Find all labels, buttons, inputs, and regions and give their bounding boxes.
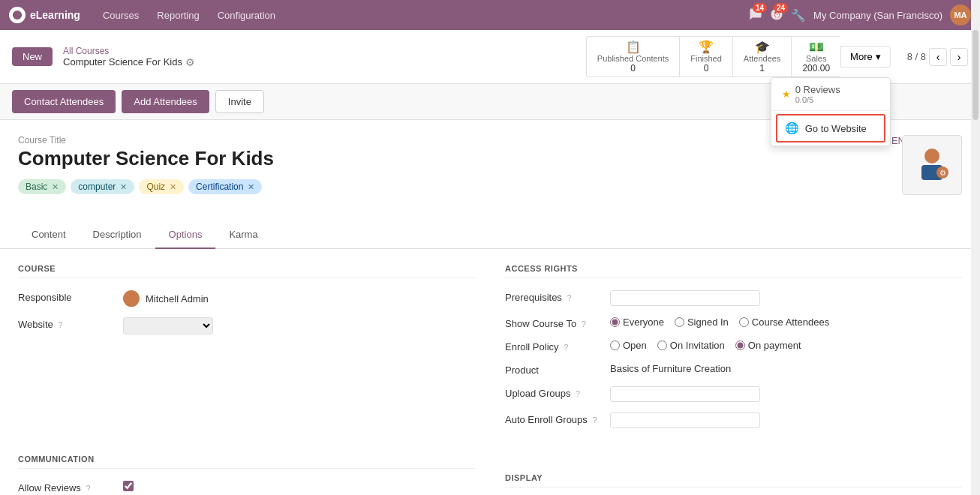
app-name: eLearning	[30, 9, 80, 21]
published-icon: 📋	[626, 40, 641, 54]
invite-button[interactable]: Invite	[215, 90, 264, 113]
responsible-avatar	[123, 290, 140, 307]
messages-count: 14	[753, 3, 767, 13]
svg-point-7	[128, 293, 135, 301]
nav-configuration[interactable]: Configuration	[210, 7, 283, 24]
tab-karma[interactable]: Karma	[215, 221, 271, 249]
action-bar: New All Courses Computer Science For Kid…	[0, 30, 980, 84]
prerequisites-value[interactable]	[610, 290, 760, 306]
upload-groups-input[interactable]	[610, 386, 760, 402]
nav-reporting[interactable]: Reporting	[149, 7, 206, 24]
upload-groups-field: Upload Groups ?	[505, 386, 962, 402]
scrollbar-thumb[interactable]	[972, 30, 978, 120]
more-button[interactable]: More ▾	[840, 46, 891, 68]
communication-header: COMMUNICATION	[18, 454, 475, 469]
show-course-help-icon[interactable]: ?	[582, 320, 586, 328]
stat-finished[interactable]: 🏆 Finished 0	[679, 36, 732, 77]
prerequisites-input[interactable]	[610, 290, 760, 306]
published-label: Published Contents	[597, 54, 669, 63]
auto-enroll-field: Auto Enroll Groups ?	[505, 412, 962, 428]
new-button[interactable]: New	[12, 47, 53, 66]
responsible-name[interactable]: Mitchell Admin	[146, 293, 209, 304]
breadcrumb-current: Computer Science For Kids ⚙	[63, 56, 195, 68]
enroll-payment[interactable]: On payment	[735, 340, 801, 351]
contact-attendees-button[interactable]: Contact Attendees	[12, 90, 116, 113]
activity-badge[interactable]: ⏰ 24	[770, 8, 783, 23]
attendees-icon: 🎓	[755, 40, 770, 54]
allow-reviews-checkbox[interactable]	[123, 481, 134, 491]
scrollbar[interactable]	[971, 0, 980, 495]
upload-groups-help-icon[interactable]: ?	[576, 389, 580, 398]
website-value[interactable]	[123, 317, 213, 334]
next-page-button[interactable]: ›	[950, 48, 968, 66]
options-content: COURSE Responsible Mitchell Admin Websit…	[0, 249, 980, 495]
responsible-value: Mitchell Admin	[123, 290, 209, 307]
product-value[interactable]: Basics of Furniture Creation	[610, 363, 731, 374]
breadcrumb-gear-icon[interactable]: ⚙	[185, 56, 195, 68]
user-avatar[interactable]: MA	[950, 4, 971, 26]
access-section-header: ACCESS RIGHTS	[505, 264, 962, 278]
website-label: Website ?	[18, 317, 116, 330]
stat-attendees[interactable]: 🎓 Attendees 1	[732, 36, 792, 77]
tab-content[interactable]: Content	[18, 221, 80, 249]
tag-quiz-text: Quiz	[146, 182, 165, 192]
go-to-website-item[interactable]: 🌐 Go to Website	[776, 114, 885, 142]
website-help-icon[interactable]: ?	[58, 320, 62, 329]
avatar-initials: MA	[954, 10, 966, 20]
upload-groups-value[interactable]	[610, 386, 760, 402]
website-field: Website ?	[18, 317, 475, 334]
prev-page-button[interactable]: ‹	[929, 48, 947, 66]
finished-label: Finished	[690, 54, 722, 63]
attendees-val: 1	[759, 63, 765, 74]
stat-sales[interactable]: 💵 Sales 200.00	[791, 36, 840, 77]
tag-certification-remove[interactable]: ✕	[248, 182, 254, 192]
course-image-svg: ⚙	[909, 142, 954, 188]
star-icon: ★	[782, 88, 791, 100]
messages-badge[interactable]: 14	[749, 8, 762, 23]
tag-computer[interactable]: computer ✕	[71, 179, 134, 194]
svg-point-3	[924, 148, 939, 164]
sales-icon: 💵	[809, 40, 824, 54]
tag-quiz-remove[interactable]: ✕	[170, 182, 176, 192]
show-course-everyone[interactable]: Everyone	[610, 316, 664, 328]
more-dropdown-menu: ★ 0 Reviews 0.0/5 🌐 Go to Website	[771, 77, 891, 146]
tab-options[interactable]: Options	[155, 221, 216, 249]
display-header: DISPLAY	[505, 473, 962, 488]
breadcrumb-parent[interactable]: All Courses	[63, 46, 195, 56]
auto-enroll-input[interactable]	[610, 412, 760, 428]
show-course-signed-in[interactable]: Signed In	[675, 316, 729, 328]
course-image: ⚙	[902, 135, 962, 195]
svg-point-0	[13, 10, 22, 20]
allow-reviews-help-icon[interactable]: ?	[86, 484, 90, 493]
app-logo[interactable]: eLearning	[9, 7, 80, 23]
tab-description[interactable]: Description	[80, 221, 155, 249]
allow-reviews-label: Allow Reviews ?	[18, 481, 116, 494]
course-title[interactable]: Computer Science For Kids	[18, 147, 962, 170]
prerequisites-help-icon[interactable]: ?	[567, 293, 572, 302]
enroll-invitation[interactable]: On Invitation	[657, 340, 725, 351]
tag-basic[interactable]: Basic ✕	[18, 179, 66, 194]
reviews-item: ★ 0 Reviews 0.0/5	[771, 78, 890, 111]
svg-text:⚙: ⚙	[939, 169, 946, 177]
auto-enroll-help-icon[interactable]: ?	[592, 416, 597, 424]
add-attendees-button[interactable]: Add Attendees	[122, 90, 209, 113]
auto-enroll-value[interactable]	[610, 412, 760, 428]
website-select[interactable]	[123, 317, 213, 334]
show-course-attendees[interactable]: Course Attendees	[739, 316, 829, 328]
nav-courses[interactable]: Courses	[95, 7, 146, 24]
responsible-field: Responsible Mitchell Admin	[18, 290, 475, 307]
company-name[interactable]: My Company (San Francisco)	[813, 10, 942, 21]
tag-certification[interactable]: Certification ✕	[188, 179, 262, 194]
tag-quiz[interactable]: Quiz ✕	[139, 179, 184, 194]
stat-published[interactable]: 📋 Published Contents 0	[586, 36, 679, 77]
show-course-label: Show Course To ?	[505, 316, 603, 329]
enroll-open[interactable]: Open	[610, 340, 647, 351]
tags-row: Basic ✕ computer ✕ Quiz ✕ Certification …	[18, 179, 962, 194]
tag-basic-remove[interactable]: ✕	[52, 182, 59, 192]
product-value-text: Basics of Furniture Creation	[610, 363, 731, 374]
top-nav-right: 14 ⏰ 24 🔧 My Company (San Francisco) MA	[749, 4, 971, 26]
enroll-policy-help-icon[interactable]: ?	[564, 343, 568, 352]
nav-links: Courses Reporting Configuration	[95, 7, 749, 24]
settings-icon[interactable]: 🔧	[791, 8, 806, 22]
tag-computer-remove[interactable]: ✕	[120, 182, 127, 192]
